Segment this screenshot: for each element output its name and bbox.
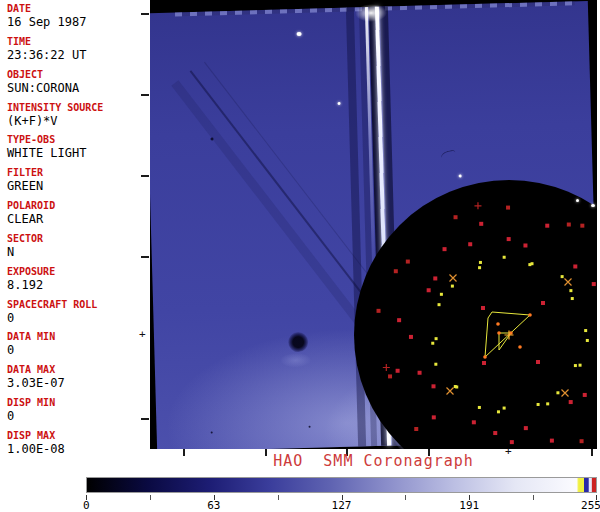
- red-ring-outer-dot: [567, 223, 571, 227]
- red-ring-outer-dot: [377, 309, 381, 313]
- red-ring-outer-dot: [414, 427, 418, 431]
- red-ring-inner-dot: [468, 242, 472, 246]
- red-ring-outer-dot: [454, 215, 458, 219]
- red-ring-outer-dot: [506, 206, 510, 210]
- field-value: GREEN: [7, 179, 148, 193]
- field-label: DATA MIN: [7, 330, 148, 343]
- left-axis-tick: [141, 418, 149, 420]
- field-value: 23:36:22 UT: [7, 48, 148, 62]
- yellow-ring-dot: [479, 261, 482, 264]
- field-label: DATA MAX: [7, 363, 148, 376]
- field-disp-min: DISP MIN0: [0, 396, 148, 429]
- field-label: OBJECT: [7, 68, 148, 81]
- colorbar-minor-tick: [533, 495, 534, 500]
- coronagraph-image-frame: [150, 0, 597, 449]
- field-date: DATE16 Sep 1987: [0, 2, 148, 35]
- red-ring-outer-plus-marker: [383, 364, 390, 371]
- metadata-sidebar: DATE16 Sep 1987TIME23:36:22 UTOBJECTSUN:…: [0, 0, 148, 462]
- yellow-ring-dot: [451, 285, 454, 288]
- field-label: FILTER: [7, 166, 148, 179]
- red-ring-inner-dot: [592, 282, 596, 286]
- red-ring-inner-dot: [409, 335, 413, 339]
- colorbar-tick-label: 0: [83, 499, 90, 512]
- yellow-ring-dot: [503, 407, 506, 410]
- field-disp-max: DISP MAX1.00E-08: [0, 429, 148, 462]
- field-label: SPACECRAFT ROLL: [7, 298, 148, 311]
- inner-red-dot: [541, 301, 545, 305]
- field-value: N: [7, 245, 148, 259]
- field-value: 1.00E-08: [7, 442, 148, 456]
- colorbar-tick-label: 127: [332, 499, 352, 512]
- field-label: SECTOR: [7, 232, 148, 245]
- field-value: 0: [7, 343, 148, 357]
- polygon-vertex-dot: [496, 322, 500, 326]
- field-value: 8.192: [7, 278, 148, 292]
- yellow-ring-dot: [561, 275, 564, 278]
- field-value: WHITE LIGHT: [7, 146, 148, 160]
- diagonal-x-marker: [565, 279, 572, 286]
- intensity-colorbar: [86, 477, 597, 493]
- field-value: CLEAR: [7, 212, 148, 226]
- diagonal-x-marker: [447, 388, 454, 395]
- yellow-ring-dot: [440, 293, 443, 296]
- yellow-ring-dot: [497, 410, 500, 413]
- red-ring-inner-dot: [573, 264, 577, 268]
- field-value: 0: [7, 311, 148, 325]
- red-ring-inner-dot: [583, 393, 587, 397]
- left-axis-tick: [141, 175, 149, 177]
- field-label: TIME: [7, 35, 148, 48]
- red-ring-inner-dot: [569, 400, 573, 404]
- field-spacecraft-roll: SPACECRAFT ROLL0: [0, 298, 148, 331]
- left-axis-tick: [141, 13, 149, 15]
- yellow-ring-dot: [435, 337, 438, 340]
- red-ring-inner-dot: [523, 243, 527, 247]
- yellow-ring-dot: [531, 262, 534, 265]
- field-value: 3.03E-07: [7, 376, 148, 390]
- red-ring-mid-dot: [479, 222, 483, 226]
- polygon-vertex-dot: [509, 331, 513, 335]
- field-label: DATE: [7, 2, 148, 15]
- field-data-max: DATA MAX3.03E-07: [0, 363, 148, 396]
- yellow-ring-dot: [503, 256, 506, 259]
- field-object: OBJECTSUN:CORONA: [0, 68, 148, 101]
- colorbar-tick-label: 63: [207, 499, 220, 512]
- red-ring-outer-dot: [580, 224, 584, 228]
- red-ring-inner-dot: [427, 288, 431, 292]
- yellow-ring-dot: [478, 406, 481, 409]
- coronagraph-viewer-window: DATE16 Sep 1987TIME23:36:22 UTOBJECTSUN:…: [0, 0, 600, 512]
- yellow-ring-dot: [434, 363, 437, 366]
- polygon-vertex-dot: [528, 313, 532, 317]
- yellow-ring-dot: [454, 385, 457, 388]
- red-ring-mid-dot: [510, 440, 514, 444]
- colorbar-tick-label: 191: [459, 499, 479, 512]
- field-sector: SECTORN: [0, 232, 148, 265]
- yellow-ring-dot: [579, 364, 582, 367]
- left-center-plus-marker: +: [139, 329, 146, 340]
- red-ring-mid-dot: [443, 247, 447, 251]
- inner-red-dot: [481, 306, 485, 310]
- red-ring-inner-dot: [524, 426, 528, 430]
- yellow-ring-dot: [438, 303, 441, 306]
- field-label: INTENSITY SOURCE: [7, 101, 148, 114]
- yellow-ring-dot: [584, 329, 587, 332]
- red-ring-inner-dot: [507, 237, 511, 241]
- inner-red-dot: [482, 361, 486, 365]
- polygon-vertex-dot: [483, 355, 487, 359]
- colorbar-minor-tick: [405, 495, 406, 500]
- field-label: EXPOSURE: [7, 265, 148, 278]
- colorbar-tick-label: 255: [581, 499, 600, 512]
- polygon-vertex-dot: [497, 331, 501, 335]
- field-time: TIME23:36:22 UT: [0, 35, 148, 68]
- left-axis-tick: [141, 256, 149, 258]
- field-type-obs: TYPE-OBSWHITE LIGHT: [0, 133, 148, 166]
- red-ring-mid-dot: [396, 369, 400, 373]
- field-filter: FILTERGREEN: [0, 166, 148, 199]
- red-ring-mid-dot: [550, 439, 554, 443]
- field-label: TYPE-OBS: [7, 133, 148, 146]
- red-ring-outer-dot: [580, 439, 584, 443]
- yellow-ring-dot: [546, 402, 549, 405]
- yellow-ring-dot: [586, 339, 589, 342]
- yellow-ring-dot: [431, 342, 434, 345]
- red-ring-mid-dot: [397, 318, 401, 322]
- inner-red-dot: [536, 360, 540, 364]
